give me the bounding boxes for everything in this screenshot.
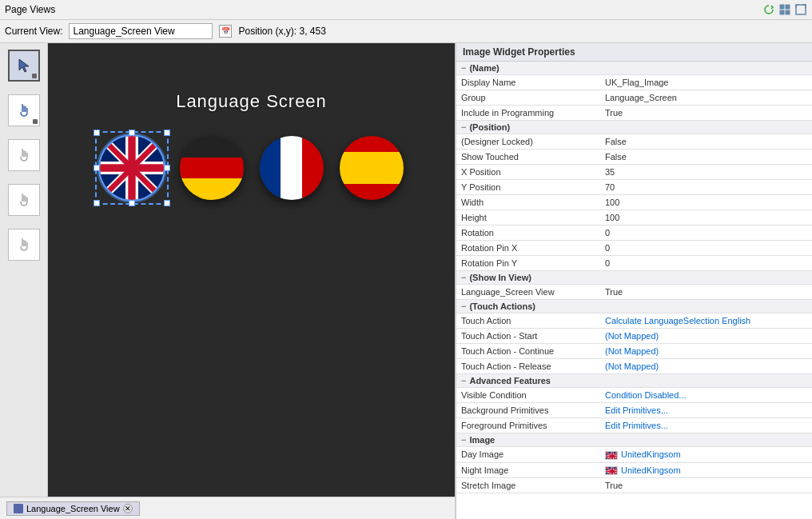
prop-value[interactable]: (Not Mapped) bbox=[600, 344, 812, 359]
current-view-input[interactable] bbox=[69, 23, 213, 39]
prop-name: Touch Action - Continue bbox=[456, 344, 600, 359]
prop-value[interactable]: Edit Primitives... bbox=[600, 403, 812, 418]
es-red-top bbox=[340, 136, 404, 152]
handle-bl[interactable] bbox=[94, 200, 100, 206]
prop-link[interactable]: Calculate LanguageSelection English bbox=[605, 316, 750, 325]
prop-link[interactable]: (Not Mapped) bbox=[605, 331, 659, 341]
de-red bbox=[180, 158, 244, 179]
german-flag-circle[interactable] bbox=[180, 136, 244, 200]
table-row: Foreground PrimitivesEdit Primitives... bbox=[456, 418, 812, 433]
hand-tool-3[interactable] bbox=[8, 184, 40, 216]
prop-name: X Position bbox=[456, 165, 600, 180]
hand-tool-1[interactable] bbox=[8, 94, 40, 126]
canvas-content: Language Screen bbox=[48, 43, 455, 497]
handle-br[interactable] bbox=[164, 200, 170, 206]
prop-value[interactable]: (Not Mapped) bbox=[600, 359, 812, 374]
section-label: −(Touch Actions) bbox=[456, 300, 812, 313]
prop-link[interactable]: (Not Mapped) bbox=[605, 361, 659, 371]
table-row: (Designer Locked)False bbox=[456, 134, 812, 150]
bottom-bar: Language_Screen View ✕ bbox=[0, 497, 455, 519]
uk-flag-circle[interactable] bbox=[100, 136, 164, 200]
section-label: −(Name) bbox=[456, 62, 812, 75]
view-tab[interactable]: Language_Screen View ✕ bbox=[6, 501, 140, 516]
hand-tool-4[interactable] bbox=[8, 229, 40, 261]
table-row: Touch Action - Release(Not Mapped) bbox=[456, 359, 812, 374]
canvas-area[interactable]: Language Screen bbox=[48, 43, 455, 497]
section-row: −Image bbox=[456, 433, 812, 447]
maximize-icon[interactable] bbox=[794, 3, 807, 16]
main-layout: Language Screen bbox=[0, 43, 812, 519]
svg-rect-2 bbox=[780, 10, 784, 14]
prop-name: Group bbox=[456, 90, 600, 106]
prop-value: UK_Flag_Image bbox=[600, 75, 812, 90]
prop-value: 35 bbox=[600, 165, 812, 180]
handle-mr[interactable] bbox=[164, 165, 170, 171]
prop-value: 100 bbox=[600, 210, 812, 226]
fr-white bbox=[281, 136, 302, 200]
prop-value: True bbox=[600, 285, 812, 300]
prop-value[interactable]: Calculate LanguageSelection English bbox=[600, 313, 812, 329]
prop-name: Width bbox=[456, 195, 600, 210]
spanish-flag-circle[interactable] bbox=[340, 136, 404, 200]
handle-ml[interactable] bbox=[94, 165, 100, 171]
prop-value[interactable]: Condition Disabled... bbox=[600, 388, 812, 403]
table-row: Y Position70 bbox=[456, 180, 812, 195]
svg-rect-3 bbox=[786, 10, 790, 14]
prop-name: Background Primitives bbox=[456, 403, 600, 418]
handle-bm[interactable] bbox=[129, 200, 135, 206]
section-label: −(Show In View) bbox=[456, 271, 812, 285]
prop-value: 0 bbox=[600, 226, 812, 241]
table-row: Rotation0 bbox=[456, 226, 812, 241]
prop-name: (Designer Locked) bbox=[456, 134, 600, 150]
prop-link[interactable]: Edit Primitives... bbox=[605, 421, 668, 430]
props-table: −(Name)Display NameUK_Flag_ImageGroupLan… bbox=[456, 62, 812, 493]
fr-blue bbox=[260, 136, 281, 200]
table-row: Day ImageUnitedKingsom bbox=[456, 447, 812, 463]
prop-link[interactable]: UnitedKingsom bbox=[621, 465, 681, 475]
prop-value[interactable]: UnitedKingsom bbox=[600, 462, 812, 478]
prop-value: True bbox=[600, 106, 812, 121]
table-row: Rotation Pin Y0 bbox=[456, 256, 812, 271]
handle-tl[interactable] bbox=[94, 130, 100, 136]
flag-small-icon bbox=[605, 466, 618, 475]
handle-tm[interactable] bbox=[129, 130, 135, 136]
prop-name: Touch Action bbox=[456, 313, 600, 329]
table-row: Language_Screen ViewTrue bbox=[456, 285, 812, 300]
table-row: Include in ProgrammingTrue bbox=[456, 106, 812, 121]
table-row: Visible ConditionCondition Disabled... bbox=[456, 388, 812, 403]
grid-icon[interactable] bbox=[778, 3, 791, 16]
refresh-icon[interactable] bbox=[762, 3, 775, 16]
prop-value[interactable]: UnitedKingsom bbox=[600, 447, 812, 463]
section-row: −(Show In View) bbox=[456, 271, 812, 285]
prop-value: Language_Screen bbox=[600, 90, 812, 106]
es-yellow bbox=[340, 152, 404, 184]
table-row: Background PrimitivesEdit Primitives... bbox=[456, 403, 812, 418]
french-flag-circle[interactable] bbox=[260, 136, 324, 200]
right-panel: Image Widget Properties −(Name)Display N… bbox=[456, 43, 812, 519]
calendar-icon[interactable]: 📅 bbox=[219, 25, 232, 38]
table-row: Width100 bbox=[456, 195, 812, 210]
prop-value[interactable]: (Not Mapped) bbox=[600, 329, 812, 344]
table-row: Touch Action - Continue(Not Mapped) bbox=[456, 344, 812, 359]
section-label: −Image bbox=[456, 433, 812, 447]
prop-value: False bbox=[600, 134, 812, 150]
prop-link[interactable]: (Not Mapped) bbox=[605, 346, 659, 356]
prop-link[interactable]: UnitedKingsom bbox=[621, 449, 681, 459]
prop-value[interactable]: Edit Primitives... bbox=[600, 418, 812, 433]
view-tab-close[interactable]: ✕ bbox=[123, 504, 133, 513]
position-label: Position (x,y): 3, 453 bbox=[238, 26, 325, 37]
prop-name: Y Position bbox=[456, 180, 600, 195]
table-row: Touch ActionCalculate LanguageSelection … bbox=[456, 313, 812, 329]
prop-name: Night Image bbox=[456, 462, 600, 478]
hand-tool-2[interactable] bbox=[8, 139, 40, 171]
tool-dot bbox=[32, 74, 37, 78]
select-tool[interactable] bbox=[8, 50, 40, 82]
prop-link[interactable]: Edit Primitives... bbox=[605, 405, 668, 415]
prop-value: 70 bbox=[600, 180, 812, 195]
prop-link[interactable]: Condition Disabled... bbox=[605, 390, 687, 400]
handle-tr[interactable] bbox=[164, 130, 170, 136]
page-views-title: Page Views bbox=[5, 4, 55, 15]
table-row: Night ImageUnitedKingsom bbox=[456, 462, 812, 478]
flag-small-icon bbox=[605, 451, 618, 460]
uk-flag-container[interactable] bbox=[100, 136, 164, 200]
